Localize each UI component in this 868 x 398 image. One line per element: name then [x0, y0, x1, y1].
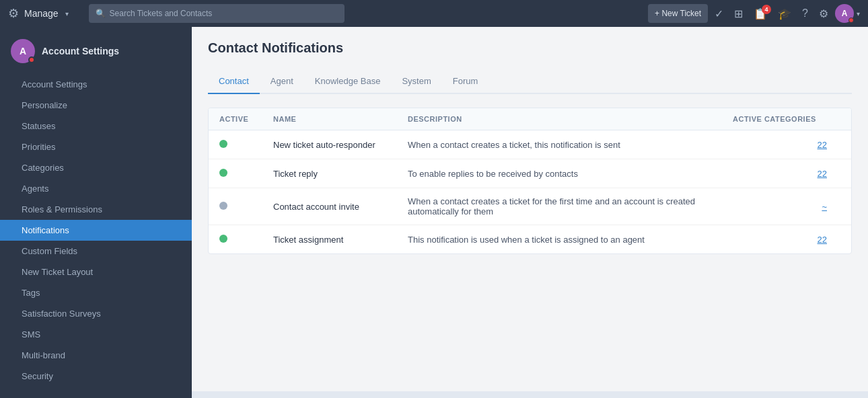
th-active-categories: ACTIVE CATEGORIES	[733, 115, 840, 123]
help-icon-button[interactable]: ?	[798, 5, 812, 22]
row-1-name[interactable]: New ticket auto-responder	[273, 140, 408, 150]
sidebar-item-satisfaction-surveys[interactable]: Satisfaction Surveys	[0, 303, 192, 324]
avatar-status-dot	[848, 17, 854, 23]
search-icon: 🔍	[96, 9, 106, 18]
th-description: DESCRIPTION	[408, 115, 733, 123]
sidebar-item-tags[interactable]: Tags	[0, 282, 192, 303]
topbar-actions: + New Ticket ✓ ⊞ 📋 4 🎓 ? ⚙ A ▾	[648, 4, 860, 23]
sidebar: A Account Settings Account Settings Pers…	[0, 27, 192, 398]
sidebar-item-sms[interactable]: SMS	[0, 324, 192, 345]
table-row: Ticket assignment This notification is u…	[209, 225, 851, 253]
row-2-name[interactable]: Ticket reply	[273, 169, 408, 179]
tab-contact[interactable]: Contact	[208, 69, 260, 94]
notifications-table: ACTIVE NAME DESCRIPTION ACTIVE CATEGORIE…	[208, 108, 852, 254]
tab-forum[interactable]: Forum	[442, 69, 489, 94]
tab-agent[interactable]: Agent	[260, 69, 304, 94]
sidebar-item-priorities[interactable]: Priorities	[0, 136, 192, 157]
status-dot-inactive	[219, 202, 227, 210]
status-dot-active	[219, 169, 227, 177]
sidebar-avatar-dot	[28, 56, 35, 63]
app-logo: ⚙ Manage ▾	[8, 6, 69, 21]
row-3-name[interactable]: Contact account invite	[273, 202, 408, 212]
status-dot-active	[219, 235, 227, 243]
content-area: Contact Notifications Contact Agent Know…	[192, 27, 868, 398]
sidebar-item-statuses[interactable]: Statuses	[0, 116, 192, 136]
sidebar-item-roles-permissions[interactable]: Roles & Permissions	[0, 199, 192, 220]
layout-icon-button[interactable]: ⊞	[730, 5, 747, 23]
gear-icon: ⚙	[8, 6, 19, 21]
sidebar-item-categories[interactable]: Categories	[0, 157, 192, 178]
sidebar-avatar: A	[11, 39, 35, 63]
page-title: Contact Notifications	[208, 40, 852, 56]
horizontal-scrollbar[interactable]	[192, 391, 868, 398]
table-row: Contact account invite When a contact cr…	[209, 188, 851, 225]
new-ticket-button[interactable]: + New Ticket	[648, 4, 708, 23]
status-dot-active	[219, 140, 227, 148]
main-wrapper: A Account Settings Account Settings Pers…	[0, 27, 868, 398]
row-1-status	[219, 138, 273, 151]
row-4-status	[219, 233, 273, 245]
row-4-count[interactable]: 22	[733, 235, 840, 245]
row-3-count[interactable]: ~	[733, 202, 840, 212]
row-2-count[interactable]: 22	[733, 169, 840, 179]
table-row: Ticket reply To enable replies to be rec…	[209, 159, 851, 188]
sidebar-account-label: Account Settings	[42, 46, 119, 56]
sidebar-item-personalize[interactable]: Personalize	[0, 95, 192, 116]
user-avatar-button[interactable]: A ▾	[835, 4, 860, 23]
table-row: New ticket auto-responder When a contact…	[209, 130, 851, 159]
avatar: A	[835, 4, 854, 23]
settings-icon-button[interactable]: ⚙	[815, 5, 832, 23]
row-2-description: To enable replies to be received by cont…	[408, 169, 733, 179]
manage-caret-icon: ▾	[65, 10, 69, 17]
tabs: Contact Agent Knowledge Base System Foru…	[208, 69, 852, 94]
table-header: ACTIVE NAME DESCRIPTION ACTIVE CATEGORIE…	[209, 108, 851, 130]
row-1-count[interactable]: 22	[733, 140, 840, 150]
sidebar-item-security[interactable]: Security	[0, 366, 192, 387]
row-4-name[interactable]: Ticket assignment	[273, 235, 408, 245]
topbar: ⚙ Manage ▾ 🔍 + New Ticket ✓ ⊞ 📋 4 🎓 ? ⚙ …	[0, 0, 868, 27]
graduation-icon-button[interactable]: 🎓	[774, 5, 795, 23]
sidebar-avatar-row: A Account Settings	[0, 34, 192, 74]
sidebar-item-custom-fields[interactable]: Custom Fields	[0, 241, 192, 262]
avatar-caret-icon: ▾	[857, 10, 860, 17]
search-input[interactable]	[110, 9, 338, 18]
sidebar-item-account-settings[interactable]: Account Settings	[0, 74, 192, 95]
checkmark-icon-button[interactable]: ✓	[711, 5, 727, 23]
row-3-description: When a contact creates a ticket for the …	[408, 196, 733, 216]
tab-system[interactable]: System	[391, 69, 441, 94]
sidebar-item-notifications[interactable]: Notifications	[0, 220, 192, 241]
tab-knowledge-base[interactable]: Knowledge Base	[304, 69, 392, 94]
search-bar[interactable]: 🔍	[89, 4, 345, 23]
row-4-description: This notification is used when a ticket …	[408, 235, 733, 245]
row-2-status	[219, 167, 273, 180]
sidebar-item-new-ticket-layout[interactable]: New Ticket Layout	[0, 262, 192, 282]
th-name: NAME	[273, 115, 408, 123]
th-active: ACTIVE	[219, 115, 273, 123]
app-name: Manage	[24, 8, 59, 19]
row-3-status	[219, 200, 273, 212]
notification-badge: 4	[762, 5, 771, 14]
sidebar-item-multi-brand[interactable]: Multi-brand	[0, 345, 192, 366]
row-1-description: When a contact creates a ticket, this no…	[408, 140, 733, 150]
sidebar-item-agents[interactable]: Agents	[0, 178, 192, 199]
notifications-icon-button[interactable]: 📋 4	[750, 5, 771, 23]
